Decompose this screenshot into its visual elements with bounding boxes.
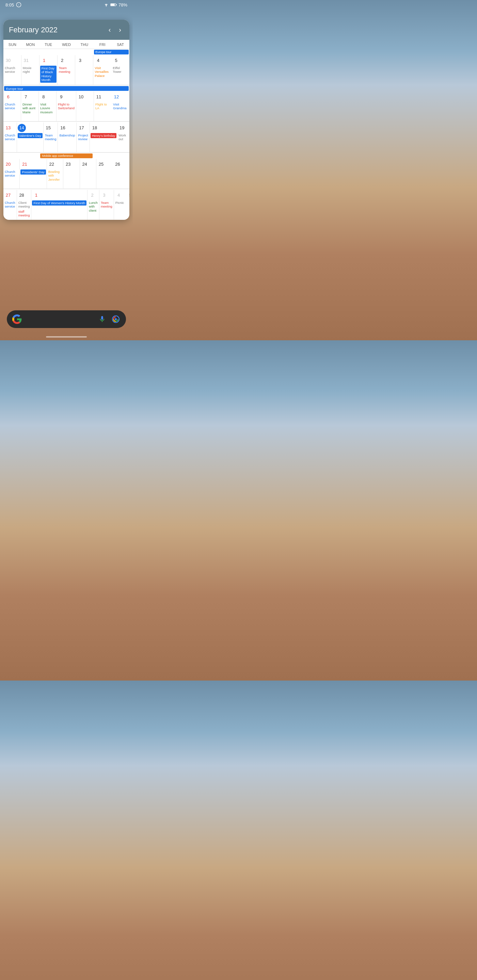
day-num-9: 9 <box>57 93 65 101</box>
event-bowling: Bowling with Jennifer <box>48 169 62 182</box>
cal-cell-17[interactable]: 17 Project review <box>77 123 90 153</box>
google-search-bar[interactable] <box>7 310 126 328</box>
cal-cell-22[interactable]: 22 Bowling with Jennifer <box>47 159 63 189</box>
day-num-22: 22 <box>48 160 56 169</box>
cal-cell-6[interactable]: 6 Church service <box>3 92 21 121</box>
svg-rect-4 <box>116 4 116 5</box>
cal-cell-16[interactable]: 16 Babershop <box>58 123 77 153</box>
battery-level: 78% <box>118 2 127 8</box>
day-num-23: 23 <box>64 160 72 169</box>
search-bar-container <box>0 305 133 336</box>
day-num-mar1: 1 <box>32 191 40 199</box>
event-project-review: Project review <box>77 133 89 142</box>
event-presidents-day: Presidents' Day <box>21 169 46 175</box>
event-barbershop: Babershop <box>59 133 76 137</box>
svg-rect-5 <box>111 4 115 6</box>
microphone-svg <box>98 315 106 323</box>
event-church-30: Church service <box>4 66 21 74</box>
svg-point-2 <box>106 6 107 7</box>
event-movie-night: Movie night <box>22 66 38 74</box>
cal-cell-25[interactable]: 25 <box>96 159 113 189</box>
day-num-14: 14 <box>18 124 26 132</box>
event-workout: Work out <box>118 133 129 142</box>
event-womens-history: First Day of Women's History Month <box>32 200 86 205</box>
cal-cell-8[interactable]: 8 Visit Louvre museum <box>39 92 56 121</box>
cal-cell-mar1[interactable]: 1 First Day of Women's History Month <box>31 190 88 220</box>
week-row-2: Europe tour 6 Church service 7 Dinner wi… <box>3 86 129 122</box>
google-g-logo <box>12 314 22 324</box>
event-louvre: Visit Louvre museum <box>40 102 56 115</box>
cal-cell-4[interactable]: 4 Visit Versailles Palace <box>93 55 111 85</box>
mic-icon[interactable] <box>97 314 107 324</box>
cal-cell-21[interactable]: 21 Presidents' Day <box>20 159 47 189</box>
notification-icon: ! <box>16 2 21 8</box>
day-num-1: 1 <box>40 56 48 65</box>
day-num-27: 27 <box>4 191 12 199</box>
calendar-title: February 2022 <box>9 25 57 34</box>
cal-cell-18[interactable]: 18 Henry's birthday <box>90 123 117 153</box>
cal-cell-24[interactable]: 24 <box>80 159 96 189</box>
cal-cell-28[interactable]: 28 Client meeting staff meeting <box>17 190 32 220</box>
cal-cell-mar5[interactable]: 5 <box>125 190 129 220</box>
cal-cell-mar2[interactable]: 2 Lunch with client <box>88 190 99 220</box>
cal-cell-13[interactable]: 13 Church service <box>3 123 17 153</box>
cal-cell-7[interactable]: 7 Dinner with aunt Marie <box>21 92 39 121</box>
week-row-4: Mobile app conference 20 Church service … <box>3 153 129 189</box>
lens-icon[interactable] <box>111 314 121 324</box>
next-month-button[interactable]: › <box>116 24 124 35</box>
day-num-8: 8 <box>40 93 48 101</box>
event-team-meeting-mar3: Team meeting <box>100 200 113 209</box>
day-num-mar2: 2 <box>88 191 96 199</box>
day-num-3: 3 <box>76 56 84 65</box>
day-num-7: 7 <box>22 93 30 101</box>
cal-cell-30[interactable]: 30 Church service <box>3 55 21 85</box>
europe-tour-span-w2: Europe tour <box>4 86 129 91</box>
day-num-mar4: 4 <box>115 191 123 199</box>
wifi-icon <box>104 3 109 7</box>
week4-span-row: Mobile app conference <box>3 153 129 159</box>
cal-cell-2[interactable]: 2 Team meeting <box>57 55 76 85</box>
day-num-mar3: 3 <box>100 191 108 199</box>
cal-cell-9[interactable]: 9 Flight to Switzerland <box>56 92 76 121</box>
day-header-fri: FRI <box>93 40 111 49</box>
day-num-28: 28 <box>18 191 26 199</box>
cal-cell-5[interactable]: 5 Eiffel Tower <box>111 55 129 85</box>
battery-icon <box>110 3 117 7</box>
cal-cell-mar3[interactable]: 3 Team meeting <box>99 190 114 220</box>
day-header-mon: MON <box>21 40 40 49</box>
cal-cell-14[interactable]: 14 Valentine's Day <box>17 123 43 153</box>
event-eiffel: Eiffel Tower <box>112 66 129 74</box>
week-row-1: Europe tour 30 Church service 31 Movie n… <box>3 49 129 86</box>
calendar-header: February 2022 ‹ › <box>3 20 129 40</box>
day-num-19: 19 <box>118 124 126 132</box>
cal-cell-11[interactable]: 11 Flight to LA <box>94 92 112 121</box>
cal-cell-23[interactable]: 23 <box>63 159 80 189</box>
status-bar: 8:05 ! 78% <box>0 0 133 10</box>
week1-span-row: Europe tour <box>3 49 129 55</box>
cal-cell-3[interactable]: 3 <box>75 55 93 85</box>
event-flight-la: Flight to LA <box>95 102 111 111</box>
cal-cell-1[interactable]: 1 First Dayof BlackHistoryMonth <box>40 55 57 85</box>
prev-month-button[interactable]: ‹ <box>106 24 114 35</box>
day-headers: SUN MON TUE WED THU FRI SAT <box>3 40 129 49</box>
cal-cell-27[interactable]: 27 Church service <box>3 190 17 220</box>
week2-span-row: Europe tour <box>3 86 129 92</box>
day-num-16: 16 <box>59 124 67 132</box>
europe-tour-span-w1: Europe tour <box>94 50 129 54</box>
cal-cell-31[interactable]: 31 Movie night <box>21 55 40 85</box>
event-church-27: Church service <box>4 200 16 209</box>
event-client-meeting: Client meeting <box>18 200 30 209</box>
week-row-5: 27 Church service 28 Client meeting staf… <box>3 189 129 220</box>
cal-cell-20[interactable]: 20 Church service <box>3 159 20 189</box>
day-num-11: 11 <box>95 93 103 101</box>
cal-cell-15[interactable]: 15 Team meeting <box>43 123 58 153</box>
cal-cell-19[interactable]: 19 Work out <box>117 123 129 153</box>
cal-cell-10[interactable]: 10 <box>76 92 94 121</box>
google-lens-svg <box>112 315 120 323</box>
svg-point-7 <box>115 318 117 320</box>
cal-cell-12[interactable]: 12 Visit Grandma <box>112 92 129 121</box>
day-num-25: 25 <box>97 160 105 169</box>
cal-cell-mar4[interactable]: 4 Picnic <box>114 190 125 220</box>
cal-cell-26[interactable]: 26 <box>113 159 129 189</box>
day-num-2: 2 <box>58 56 66 65</box>
